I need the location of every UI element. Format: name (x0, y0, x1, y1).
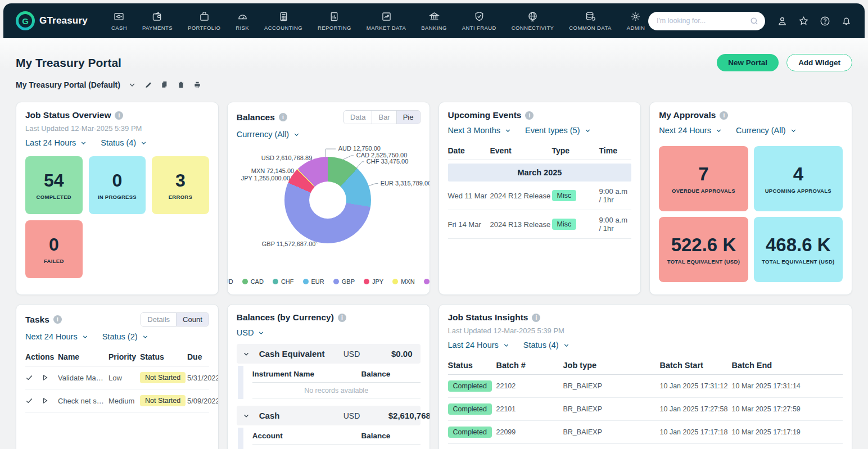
info-icon[interactable] (279, 113, 287, 121)
task-row[interactable]: Check net settl... Medium Not Started 5/… (25, 389, 209, 412)
help-icon[interactable] (819, 15, 831, 27)
delete-icon[interactable] (177, 80, 186, 89)
legend-chf[interactable]: CHF (273, 278, 294, 285)
failed-tile[interactable]: 0 FAILED (25, 220, 83, 278)
bell-icon[interactable] (840, 15, 852, 27)
nav-item-cash[interactable]: CASH (111, 11, 127, 31)
insight-row[interactable]: Completed 22099 BR_BAIEXP 10 Jan 2025 17… (448, 421, 843, 444)
start-task-icon[interactable] (41, 397, 49, 405)
status-filter[interactable]: Status (4) (523, 341, 570, 350)
market-data-icon (381, 11, 392, 22)
info-icon[interactable] (338, 314, 346, 322)
info-icon[interactable] (532, 314, 540, 322)
banking-icon (428, 11, 440, 22)
view-details[interactable]: Details (141, 313, 176, 326)
time-filter[interactable]: Last 24 Hours (448, 341, 510, 350)
donut-chart[interactable] (284, 157, 371, 243)
view-bar[interactable]: Bar (372, 111, 396, 124)
nav-item-market-data[interactable]: MARKET DATA (367, 11, 406, 31)
nav-item-reporting[interactable]: REPORTING (318, 11, 351, 31)
time-filter[interactable]: Next 3 Months (448, 126, 512, 135)
insight-row[interactable]: Completed 22102 BR_BAIEXP 10 Jan 2025 17… (448, 375, 843, 398)
copy-icon[interactable] (160, 80, 169, 89)
account-row[interactable]: GTS Australia USD OPS Acct $1,200,000.00 (252, 445, 421, 449)
overdue-total-tile[interactable]: 522.6 K TOTAL EQUIVALENT (USD) (659, 217, 748, 282)
time-filter[interactable]: Next 24 Hours (659, 126, 722, 135)
star-icon[interactable] (798, 15, 810, 27)
cash-section[interactable]: Cash USD $2,610,768.89 (237, 406, 421, 425)
legend-mxn[interactable]: MXN (392, 278, 414, 285)
widget-title: Tasks (25, 315, 62, 325)
portal-selector[interactable]: My Treasury Portal (Default) (16, 80, 120, 89)
event-types-filter[interactable]: Event types (5) (525, 126, 591, 135)
search-input[interactable] (648, 12, 765, 30)
search-icon[interactable] (749, 16, 759, 26)
cash-equivalent-subtable: Instrument Name Balance No records avail… (238, 366, 421, 399)
status-filter[interactable]: Status (2) (102, 332, 149, 341)
legend-usd[interactable]: USD (424, 278, 430, 285)
pie-label-aud: AUD 12,750.00 (338, 145, 381, 152)
time-filter[interactable]: Next 24 Hours (25, 332, 89, 341)
pie-label-mxn: MXN 72,145.00 (251, 167, 294, 174)
in-progress-tile[interactable]: 0 IN PROGRESS (89, 156, 146, 214)
pie-label-usd: USD 2,610,768.89 (261, 155, 313, 161)
view-pie[interactable]: Pie (396, 111, 420, 124)
insight-row[interactable]: Completed 22098 BR_BAIEXP 10 Jan 2025 17… (448, 444, 843, 449)
gtreasury-logo-icon (16, 11, 35, 30)
info-icon[interactable] (53, 315, 62, 324)
job-status-badge: Completed (448, 427, 492, 438)
insights-table-header: Status Batch # Job type Batch Start Batc… (448, 357, 843, 375)
chevron-down-icon[interactable] (128, 80, 137, 89)
nav-item-portfolio[interactable]: PORTFOLIO (188, 11, 220, 31)
edit-icon[interactable] (144, 80, 153, 89)
nav-item-connectivity[interactable]: CONNECTIVITY (512, 11, 554, 31)
chevron-down-icon (503, 342, 510, 349)
info-icon[interactable] (525, 111, 534, 120)
currency-filter[interactable]: Currrency (All) (237, 130, 300, 139)
new-portal-button[interactable]: New Portal (717, 54, 779, 71)
status-filter[interactable]: Status (4) (101, 138, 147, 147)
time-filter[interactable]: Last 24 Hours (25, 138, 87, 147)
cash-subtable: Account Balance GTS Australia USD OPS Ac… (238, 428, 421, 449)
task-status-badge: Not Started (140, 372, 186, 383)
currency-filter[interactable]: USD (237, 328, 265, 337)
overdue-approvals-tile[interactable]: 7 OVERDUE APPROVALS (659, 146, 748, 211)
nav-item-payments[interactable]: PAYMENTS (142, 11, 173, 31)
nav-item-anti-fraud[interactable]: ANTI FRAUD (462, 11, 496, 31)
legend-eur[interactable]: EUR (303, 278, 324, 285)
print-icon[interactable] (193, 80, 202, 89)
view-count[interactable]: Count (176, 313, 209, 326)
currency-filter[interactable]: Currency (All) (736, 126, 797, 135)
task-status-badge: Not Started (140, 395, 186, 406)
completed-tile[interactable]: 54 COMPLETED (25, 156, 83, 214)
errors-tile[interactable]: 3 ERRORS (152, 156, 209, 214)
upcoming-total-tile[interactable]: 468.6 K TOTAL EQUIVALENT (USD) (754, 217, 843, 282)
no-records-text: No records available (252, 383, 421, 399)
complete-task-icon[interactable] (25, 374, 33, 382)
nav-item-common-data[interactable]: COMMON DATA (569, 11, 611, 31)
event-row[interactable]: Wed 11 Mar 2024 R12 Release Misc 9:00 a.… (448, 182, 632, 210)
complete-task-icon[interactable] (25, 397, 33, 405)
task-row[interactable]: Validate Mark to... Low Not Started 5/31… (25, 366, 209, 389)
event-row[interactable]: Fri 14 Mar 2024 R13 Release Misc 9:00 a.… (448, 210, 632, 239)
gtreasury-logo[interactable]: GTreasury (16, 11, 88, 30)
view-data[interactable]: Data (344, 111, 372, 124)
legend-jpy[interactable]: JPY (364, 278, 383, 285)
start-task-icon[interactable] (41, 374, 49, 382)
legend-gbp[interactable]: GBP (333, 278, 355, 285)
cash-equivalent-section[interactable]: Cash Equivalent USD $0.00 (237, 344, 421, 364)
user-icon[interactable] (776, 15, 788, 27)
nav-item-banking[interactable]: BANKING (421, 11, 447, 31)
upcoming-approvals-tile[interactable]: 4 UPCOMING APPROVALS (754, 146, 843, 211)
info-icon[interactable] (115, 111, 123, 120)
info-icon[interactable] (720, 111, 728, 120)
insight-row[interactable]: Completed 22101 BR_BAIEXP 10 Jan 2025 17… (448, 398, 843, 421)
nav-item-admin[interactable]: ADMIN (627, 11, 645, 31)
nav-item-accounting[interactable]: ACCOUNTING (264, 11, 302, 31)
add-widget-button[interactable]: Add Widget (786, 54, 852, 71)
legend-cad[interactable]: CAD (242, 278, 264, 285)
nav-items: CASH PAYMENTS PORTFOLIO RISK ACCOUNTING … (111, 11, 645, 31)
legend-aud[interactable]: AUD (227, 278, 233, 285)
view-toggle: Data Bar Pie (343, 110, 421, 124)
nav-item-risk[interactable]: RISK (236, 11, 249, 31)
